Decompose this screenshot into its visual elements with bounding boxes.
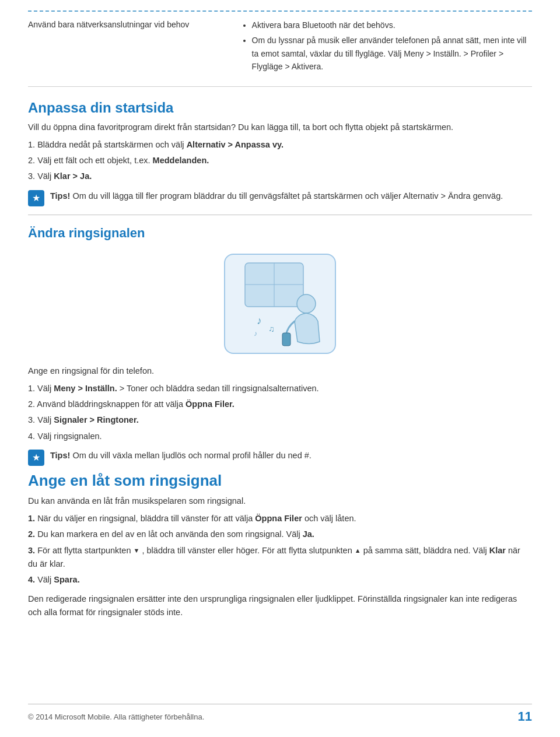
anpassa-tips-text: Tips! Om du vill lägga till fler program… bbox=[50, 189, 503, 202]
top-left-text: Använd bara nätverksanslutningar vid beh… bbox=[28, 20, 189, 29]
svg-rect-5 bbox=[282, 333, 290, 346]
andra-step2: 2. Använd bläddringsknappen för att välj… bbox=[28, 398, 532, 411]
anpassa-heading: Anpassa din startsida bbox=[28, 100, 532, 116]
anpassa-step3: 3. Välj Klar > Ja. bbox=[28, 170, 532, 183]
ange-lat-step1: 1. När du väljer en ringsignal, bläddra … bbox=[28, 512, 532, 525]
svg-text:♫: ♫ bbox=[268, 324, 275, 334]
footer-page-number: 11 bbox=[518, 709, 532, 724]
anpassa-tips: ★ Tips! Om du vill lägga till fler progr… bbox=[28, 189, 532, 206]
ange-lat-section: Ange en låt som ringsignal Du kan använd… bbox=[28, 472, 532, 619]
andra-heading: Ändra ringsignalen bbox=[28, 226, 532, 241]
divider bbox=[28, 215, 532, 215]
svg-point-4 bbox=[297, 294, 316, 313]
andra-tips: ★ Tips! Om du vill växla mellan ljudlös … bbox=[28, 449, 532, 466]
footer: © 2014 Microsoft Mobile. Alla rättighete… bbox=[28, 704, 532, 724]
illustration-container: ♪ ♫ ♪ bbox=[28, 251, 532, 356]
andra-step3: 3. Välj Signaler > Ringtoner. bbox=[28, 413, 532, 427]
top-right: Aktivera bara Bluetooth när det behövs. … bbox=[240, 19, 532, 76]
andra-intro: Ange en ringsignal för din telefon. bbox=[28, 364, 532, 377]
down-triangle-icon: ▼ bbox=[134, 547, 140, 554]
anpassa-intro: Vill du öppna dina favoritprogram direkt… bbox=[28, 121, 532, 134]
ange-lat-step3: 3. För att flytta startpunkten ▼ , blädd… bbox=[28, 544, 532, 571]
svg-text:♪: ♪ bbox=[254, 329, 257, 338]
svg-text:♪: ♪ bbox=[257, 315, 262, 327]
page: Använd bara nätverksanslutningar vid beh… bbox=[0, 0, 560, 737]
top-section: Använd bara nätverksanslutningar vid beh… bbox=[28, 10, 532, 87]
andra-section: Ändra ringsignalen ♪ bbox=[28, 215, 532, 466]
ange-lat-step4: 4. Välj Spara. bbox=[28, 573, 532, 587]
andra-step1: 1. Välj Meny > Inställn. > Toner och blä… bbox=[28, 382, 532, 395]
ange-lat-note: Den redigerade ringsignalen ersätter int… bbox=[28, 592, 532, 619]
footer-copyright: © 2014 Microsoft Mobile. Alla rättighete… bbox=[28, 713, 204, 721]
andra-step4: 4. Välj ringsignalen. bbox=[28, 430, 532, 443]
list-item: Om du lyssnar på musik eller använder te… bbox=[252, 34, 532, 73]
ange-lat-heading: Ange en låt som ringsignal bbox=[28, 472, 532, 490]
ange-lat-intro: Du kan använda en låt från musikspelaren… bbox=[28, 494, 532, 507]
anpassa-step1: 1. Bläddra nedåt på startskärmen och väl… bbox=[28, 138, 532, 152]
up-triangle-icon: ▲ bbox=[355, 547, 361, 554]
tips-star-icon: ★ bbox=[28, 190, 44, 206]
phone-ringtone-illustration: ♪ ♫ ♪ bbox=[222, 251, 338, 356]
andra-tips-text: Tips! Om du vill växla mellan ljudlös oc… bbox=[50, 449, 312, 462]
anpassa-step2: 2. Välj ett fält och ett objekt, t.ex. M… bbox=[28, 154, 532, 167]
anpassa-section: Anpassa din startsida Vill du öppna dina… bbox=[28, 100, 532, 206]
top-right-list: Aktivera bara Bluetooth när det behövs. … bbox=[240, 19, 532, 73]
tips-star-icon-2: ★ bbox=[28, 450, 44, 466]
ange-lat-step2: 2. Du kan markera en del av en låt och a… bbox=[28, 528, 532, 541]
top-left: Använd bara nätverksanslutningar vid beh… bbox=[28, 19, 223, 76]
list-item: Aktivera bara Bluetooth när det behövs. bbox=[252, 19, 532, 31]
